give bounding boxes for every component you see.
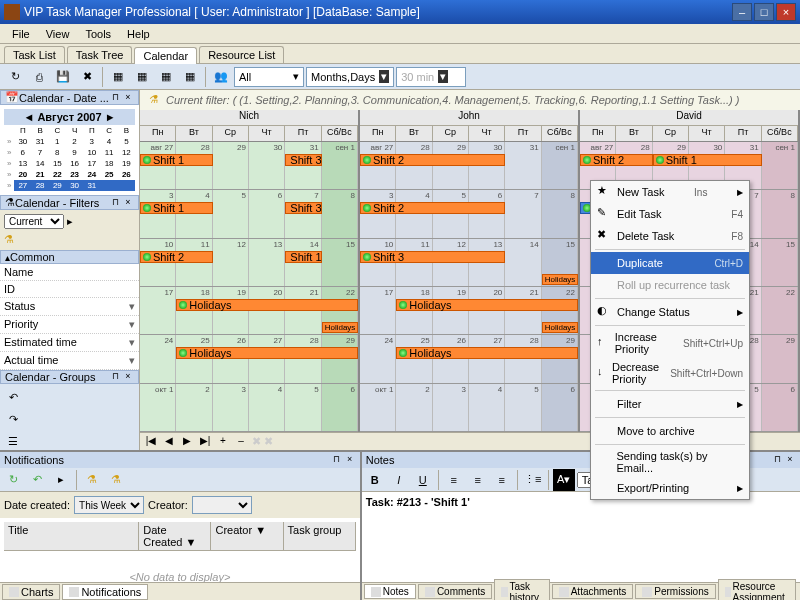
calendar-cell[interactable]: сен 1: [322, 142, 358, 189]
save-icon[interactable]: 💾: [52, 66, 74, 88]
calendar-cell[interactable]: 6: [322, 384, 358, 431]
shift-bar[interactable]: Shift 1: [653, 154, 762, 166]
align-center-icon[interactable]: ≡: [467, 469, 489, 491]
next-icon[interactable]: ▶: [180, 435, 194, 449]
calendar-cell[interactable]: 15: [762, 239, 798, 286]
calendar-cell[interactable]: 2: [396, 384, 432, 431]
col-group[interactable]: Task group: [284, 522, 356, 550]
shift-bar[interactable]: Holidays: [176, 347, 358, 359]
ctx-move-to-archive[interactable]: Move to archive: [591, 420, 749, 442]
ctx-increase-priority[interactable]: ↑Increase PriorityShift+Ctrl+Up: [591, 328, 749, 358]
week-view-icon[interactable]: ▦: [131, 66, 153, 88]
filter-go-icon[interactable]: ▸: [67, 215, 73, 227]
calendar-cell[interactable]: 6: [762, 384, 798, 431]
ctx-new-task[interactable]: ★New TaskIns▶: [591, 181, 749, 203]
shift-bar[interactable]: Shift 2: [140, 251, 213, 263]
calendar-week[interactable]: 242526272829Holidays: [140, 335, 358, 383]
calendar-cell[interactable]: 30: [249, 142, 285, 189]
calendar-cell[interactable]: 3: [213, 384, 249, 431]
col-title[interactable]: Title: [4, 522, 139, 550]
pin-icon[interactable]: ⊓: [109, 92, 121, 104]
shift-bar[interactable]: Shift 1: [140, 202, 213, 214]
shift-bar[interactable]: Shift 2: [360, 154, 505, 166]
ctx-delete-task[interactable]: ✖Delete TaskF8: [591, 225, 749, 247]
notes-body[interactable]: Task: #213 - 'Shift 1': [362, 492, 800, 582]
tab-resource-list[interactable]: Resource List: [199, 46, 284, 63]
shift-bar[interactable]: Shift 3: [285, 202, 321, 214]
ctx-sending-task-s-by-email-[interactable]: Sending task(s) by Email...: [591, 447, 749, 477]
maximize-button[interactable]: □: [754, 3, 774, 21]
pin-icon[interactable]: ⊓: [331, 454, 343, 466]
calendar-cell[interactable]: 4: [249, 384, 285, 431]
redo-icon[interactable]: ↷: [2, 408, 24, 430]
calendar-cell[interactable]: 24: [140, 335, 176, 382]
filter2-icon[interactable]: ⚗: [105, 469, 127, 491]
calendar-cell[interactable]: окт 1: [360, 384, 396, 431]
align-right-icon[interactable]: ≡: [491, 469, 513, 491]
creator-select[interactable]: [192, 496, 252, 514]
menu-help[interactable]: Help: [119, 26, 158, 42]
calendar-week[interactable]: 101112131415Shift 3Holidays: [360, 239, 578, 287]
calendar-week[interactable]: окт 123456: [360, 384, 578, 432]
print-icon[interactable]: ⎙: [28, 66, 50, 88]
tab-task-tree[interactable]: Task Tree: [67, 46, 133, 63]
day-view-icon[interactable]: ▦: [107, 66, 129, 88]
calendar-cell[interactable]: сен 1: [542, 142, 578, 189]
italic-icon[interactable]: I: [388, 469, 410, 491]
tab-resource-assignment[interactable]: Resource Assignment: [718, 579, 796, 601]
shift-bar[interactable]: Shift 3: [285, 154, 321, 166]
period-combo[interactable]: Months,Days▾: [306, 67, 394, 87]
calendar-cell[interactable]: 14: [505, 239, 541, 286]
close-icon[interactable]: ×: [344, 454, 356, 466]
refresh-icon[interactable]: ↻: [2, 469, 24, 491]
calendar-cell[interactable]: 12: [213, 239, 249, 286]
calendar-week[interactable]: 171819202122HolidaysHolidays: [140, 287, 358, 335]
close-icon[interactable]: ×: [122, 197, 134, 209]
calendar-cell[interactable]: 6: [249, 190, 285, 237]
mini-calendar[interactable]: ◄ Август 2007 ► ПВСЧПСВ»303112345»678910…: [0, 105, 139, 195]
tab-task-history[interactable]: Task history: [494, 579, 549, 601]
shift-bar[interactable]: Holidays: [176, 299, 358, 311]
close-icon[interactable]: ×: [122, 92, 134, 104]
filter-select[interactable]: Current: [4, 214, 64, 229]
calendar-cell[interactable]: 5: [213, 190, 249, 237]
tab-attachments[interactable]: Attachments: [552, 584, 634, 599]
holiday-badge[interactable]: Holidays: [322, 322, 358, 333]
bullets-icon[interactable]: ⋮≡: [522, 469, 544, 491]
calendar-cell[interactable]: 5: [505, 384, 541, 431]
calendar-week[interactable]: авг 2728293031сен 1Shift 1Shift 3: [140, 142, 358, 190]
first-icon[interactable]: |◀: [144, 435, 158, 449]
menu-file[interactable]: File: [4, 26, 38, 42]
close-icon[interactable]: ×: [784, 454, 796, 466]
calendar-week[interactable]: 101112131415Shift 2Shift 1: [140, 239, 358, 287]
add-icon[interactable]: +: [216, 435, 230, 449]
menu-tools[interactable]: Tools: [77, 26, 119, 42]
tab-task-list[interactable]: Task List: [4, 46, 65, 63]
menu-view[interactable]: View: [38, 26, 78, 42]
holiday-badge[interactable]: Holidays: [542, 322, 578, 333]
calendar-cell[interactable]: сен 1: [762, 142, 798, 189]
ctx-filter[interactable]: Filter▶: [591, 393, 749, 415]
undo-icon[interactable]: ↶: [2, 386, 24, 408]
calendar-cell[interactable]: 8: [322, 190, 358, 237]
prev-icon[interactable]: ◀: [162, 435, 176, 449]
close-icon[interactable]: ×: [122, 371, 134, 383]
refresh-icon[interactable]: ↻: [4, 66, 26, 88]
calendar-cell[interactable]: 8: [542, 190, 578, 237]
calendar-week[interactable]: авг 2728293031сен 1Shift 2: [360, 142, 578, 190]
minimize-button[interactable]: –: [732, 3, 752, 21]
pin-icon[interactable]: ⊓: [771, 454, 783, 466]
filter-icon[interactable]: ⚗: [81, 469, 103, 491]
go-icon[interactable]: ▸: [50, 469, 72, 491]
scope-combo[interactable]: All▾: [234, 67, 304, 87]
tab-calendar[interactable]: Calendar: [134, 47, 197, 64]
col-creator[interactable]: Creator ▼: [211, 522, 283, 550]
undo-icon[interactable]: ↶: [26, 469, 48, 491]
shift-bar[interactable]: Shift 2: [360, 202, 505, 214]
ctx-export-printing[interactable]: Export/Printing▶: [591, 477, 749, 499]
group-icon[interactable]: ☰: [2, 430, 24, 450]
calendar-cell[interactable]: 2: [176, 384, 212, 431]
year-view-icon[interactable]: ▦: [179, 66, 201, 88]
shift-bar[interactable]: Shift 2: [580, 154, 653, 166]
close-button[interactable]: ×: [776, 3, 796, 21]
